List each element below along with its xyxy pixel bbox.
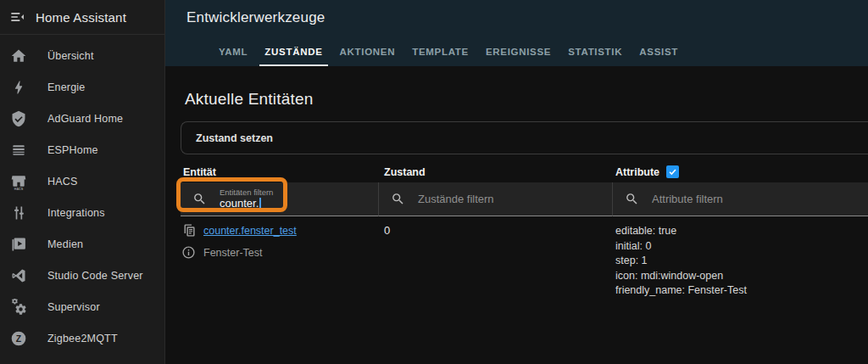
set-state-expansion-panel[interactable]: Zustand setzen bbox=[181, 121, 868, 154]
sidebar-item-label: Integrations bbox=[47, 207, 105, 219]
sidebar-nav: Übersicht Energie AdGuard Home bbox=[0, 35, 164, 354]
entity-filter-label: Entitäten filtern bbox=[220, 188, 273, 197]
main-area: Entwicklerwerkzeuge YAML ZUSTÄNDE AKTION… bbox=[165, 0, 868, 364]
gears-icon bbox=[10, 299, 27, 316]
search-icon bbox=[192, 192, 207, 206]
lightning-bolt-icon bbox=[10, 79, 27, 96]
menu-toggle-button[interactable] bbox=[0, 0, 34, 34]
copy-clipboard-icon[interactable] bbox=[181, 223, 196, 238]
attribute-line: editable: true bbox=[615, 225, 868, 237]
app-header: Entwicklerwerkzeuge YAML ZUSTÄNDE AKTION… bbox=[165, 0, 868, 66]
attributes-cell: editable: true initial: 0 step: 1 icon: … bbox=[612, 223, 868, 296]
sidebar-item-label: AdGuard Home bbox=[47, 113, 123, 125]
column-header-state: Zustand bbox=[378, 163, 612, 182]
play-box-icon bbox=[10, 236, 27, 253]
sliders-icon bbox=[10, 204, 27, 221]
set-state-label: Zustand setzen bbox=[196, 132, 273, 144]
text-cursor bbox=[259, 198, 261, 210]
sidebar-item-label: Medien bbox=[47, 238, 83, 250]
entity-id-line: counter.fenster_test bbox=[181, 223, 378, 238]
entity-cell: counter.fenster_test Fenster-Test bbox=[181, 223, 378, 260]
tab-zustaende[interactable]: ZUSTÄNDE bbox=[259, 47, 327, 66]
sidebar-item-label: Studio Code Server bbox=[47, 270, 143, 282]
sidebar-header: Home Assistant bbox=[0, 0, 164, 35]
entity-filter-value: counter. bbox=[220, 198, 259, 210]
search-icon bbox=[391, 192, 405, 206]
entity-filter-input[interactable]: Entitäten filtern counter. bbox=[220, 188, 273, 210]
sidebar-item-hacs[interactable]: HACS HACS bbox=[0, 165, 164, 197]
attribute-line: friendly_name: Fenster-Test bbox=[615, 284, 868, 296]
sidebar-item-label: Supervisor bbox=[47, 301, 100, 313]
zigbee-icon: Z bbox=[10, 330, 27, 347]
table-header-row: Entität Zustand Attribute bbox=[181, 163, 868, 182]
chip-icon bbox=[10, 142, 27, 159]
sidebar: Home Assistant Übersicht Energie AdGuard… bbox=[0, 0, 165, 364]
tab-statistik[interactable]: STATISTIK bbox=[563, 47, 627, 66]
tab-template[interactable]: TEMPLATE bbox=[407, 47, 474, 66]
sidebar-item-integrations[interactable]: Integrations bbox=[0, 197, 164, 228]
tab-aktionen[interactable]: AKTIONEN bbox=[335, 47, 401, 66]
search-icon bbox=[625, 192, 639, 206]
state-cell: 0 bbox=[378, 223, 612, 237]
entity-friendly-name: Fenster-Test bbox=[203, 247, 262, 259]
svg-text:Z: Z bbox=[16, 333, 22, 343]
sidebar-item-studio-code-server[interactable]: Studio Code Server bbox=[0, 260, 164, 291]
sidebar-item-label: Übersicht bbox=[47, 50, 94, 62]
vscode-icon bbox=[10, 267, 27, 284]
svg-text:HACS: HACS bbox=[14, 187, 24, 189]
attributes-filter-input[interactable] bbox=[652, 193, 831, 205]
sidebar-item-label: Zigbee2MQTT bbox=[47, 333, 118, 344]
check-icon bbox=[668, 167, 677, 176]
sidebar-item-label: Energie bbox=[47, 81, 86, 93]
app-name: Home Assistant bbox=[36, 10, 126, 25]
attributes-checkbox[interactable] bbox=[666, 165, 679, 178]
tab-bar: YAML ZUSTÄNDE AKTIONEN TEMPLATE EREIGNIS… bbox=[214, 47, 683, 66]
tab-yaml[interactable]: YAML bbox=[214, 47, 253, 66]
menu-open-icon bbox=[8, 8, 25, 25]
entity-name-line: Fenster-Test bbox=[181, 245, 378, 260]
state-filter-input[interactable] bbox=[418, 193, 581, 205]
entity-table: Entität Zustand Attribute Entitäten filt… bbox=[181, 163, 868, 296]
page-title: Entwicklerwerkzeuge bbox=[186, 9, 325, 26]
section-heading: Aktuelle Entitäten bbox=[185, 90, 868, 109]
table-row: counter.fenster_test Fenster-Test 0 edit… bbox=[181, 223, 868, 296]
sidebar-item-zigbee2mqtt[interactable]: Z Zigbee2MQTT bbox=[0, 322, 164, 354]
tab-ereignisse[interactable]: EREIGNISSE bbox=[481, 47, 556, 66]
column-header-attributes: Attribute bbox=[612, 163, 868, 182]
storefront-icon: HACS bbox=[10, 173, 27, 190]
attribute-line: icon: mdi:window-open bbox=[615, 270, 868, 282]
sidebar-item-uebersicht[interactable]: Übersicht bbox=[0, 40, 164, 71]
entity-filter-field[interactable]: Entitäten filtern counter. bbox=[181, 182, 378, 216]
sidebar-item-esphome[interactable]: ESPHome bbox=[0, 134, 164, 165]
column-header-attributes-label: Attribute bbox=[615, 166, 659, 178]
sidebar-item-supervisor[interactable]: Supervisor bbox=[0, 291, 164, 322]
shield-check-icon bbox=[10, 110, 27, 127]
tab-assist[interactable]: ASSIST bbox=[634, 47, 683, 66]
home-icon bbox=[10, 48, 27, 64]
sidebar-item-medien[interactable]: Medien bbox=[0, 228, 164, 260]
sidebar-item-label: ESPHome bbox=[47, 144, 98, 156]
sidebar-item-energie[interactable]: Energie bbox=[0, 71, 164, 103]
sidebar-item-adguard-home[interactable]: AdGuard Home bbox=[0, 103, 164, 134]
attributes-filter-field[interactable] bbox=[612, 182, 868, 216]
content: Aktuelle Entitäten Zustand setzen Entitä… bbox=[165, 90, 868, 296]
state-filter-field[interactable] bbox=[378, 182, 612, 216]
info-icon[interactable] bbox=[181, 245, 196, 260]
attribute-line: initial: 0 bbox=[615, 240, 868, 252]
column-header-entity: Entität bbox=[181, 163, 378, 182]
entity-id-link[interactable]: counter.fenster_test bbox=[203, 225, 297, 237]
sidebar-item-label: HACS bbox=[47, 176, 78, 188]
filter-row: Entitäten filtern counter. bbox=[181, 182, 868, 216]
attribute-line: step: 1 bbox=[615, 255, 868, 266]
